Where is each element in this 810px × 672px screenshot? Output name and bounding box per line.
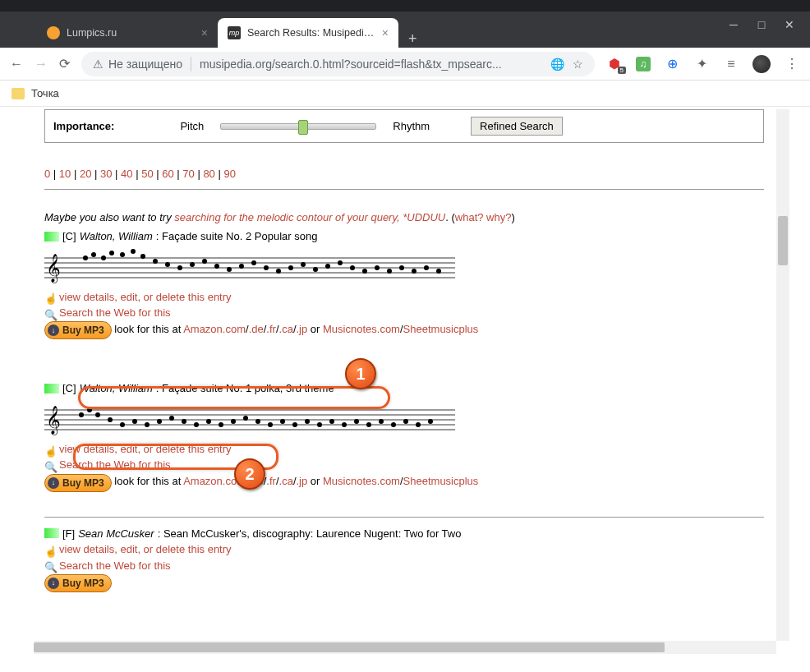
profile-avatar[interactable] — [752, 55, 771, 73]
insecure-label: Не защищено — [108, 58, 182, 71]
scrollbar-thumb[interactable] — [34, 642, 665, 652]
buy-row: ↓Buy MP3 look for this at Amazon.com/.de… — [44, 473, 764, 492]
search-web-link[interactable]: Search the Web for this — [59, 457, 171, 473]
page-link[interactable]: 20 — [80, 168, 91, 180]
sheetmusicplus-link[interactable]: Sheetmusicplus — [403, 475, 479, 487]
svg-point-64 — [329, 419, 334, 424]
slider-handle[interactable] — [298, 120, 308, 135]
musicnotes-link[interactable]: Musicnotes.com — [323, 475, 400, 487]
vertical-scrollbar[interactable] — [776, 109, 789, 641]
piece-title: : Façade suite No. 2 Popular song — [156, 228, 318, 245]
page-link[interactable]: 90 — [223, 168, 235, 180]
svg-point-26 — [313, 267, 318, 272]
buy-mp3-button[interactable]: ↓Buy MP3 — [44, 574, 112, 592]
insecure-indicator[interactable]: ⚠ Не защищено — [93, 58, 182, 71]
buy-mp3-button[interactable]: ↓Buy MP3 — [44, 474, 112, 492]
page-link[interactable]: 60 — [162, 168, 173, 180]
page-viewport: Importance: Pitch Rhythm Refined Search … — [34, 109, 776, 641]
new-tab-button[interactable]: + — [398, 30, 427, 48]
action-searchweb: 🔍Search the Web for this — [44, 305, 764, 321]
page-link[interactable]: 80 — [203, 168, 214, 180]
tab-musipedia[interactable]: mp Search Results: Musipedia Melod × — [218, 18, 398, 48]
divider — [191, 57, 191, 71]
sheetmusicplus-link[interactable]: Sheetmusicplus — [403, 323, 479, 335]
amazon-fr-link[interactable]: .fr — [266, 323, 276, 335]
amazon-jp-link[interactable]: .jp — [297, 323, 308, 335]
back-button[interactable]: ← — [10, 57, 23, 71]
extension-adblock-icon[interactable]: ⬢5 — [606, 56, 623, 72]
action-searchweb: 🔍Search the Web for this — [44, 558, 764, 574]
svg-point-57 — [243, 416, 248, 421]
maximize-button[interactable]: □ — [756, 18, 767, 31]
amazon-ca-link[interactable]: .ca — [279, 475, 293, 487]
composer: Walton, William — [80, 228, 153, 245]
amazon-jp-link[interactable]: .jp — [297, 475, 308, 487]
divider — [44, 517, 764, 518]
reload-button[interactable]: ⟳ — [59, 56, 70, 71]
page-link[interactable]: 10 — [59, 168, 71, 180]
page-link[interactable]: 70 — [182, 168, 194, 180]
search-web-link[interactable]: Search the Web for this — [59, 305, 171, 321]
svg-point-23 — [276, 269, 281, 274]
translate-icon[interactable]: 🌐 — [550, 58, 564, 71]
refined-search-button[interactable]: Refined Search — [471, 117, 563, 136]
amazon-ca-link[interactable]: .ca — [279, 323, 293, 335]
svg-point-31 — [375, 265, 380, 270]
reading-list-icon[interactable]: ≡ — [723, 56, 739, 72]
contour-search-link[interactable]: searching for the melodic contour of you… — [174, 211, 445, 223]
tab-close-icon[interactable]: × — [201, 26, 208, 39]
menu-icon[interactable]: ⋮ — [784, 56, 800, 72]
divider — [44, 189, 764, 190]
importance-slider[interactable] — [220, 123, 376, 130]
scrollbar-thumb[interactable] — [778, 216, 788, 265]
view-details-link[interactable]: view details, edit, or delete this entry — [59, 289, 232, 306]
star-icon[interactable]: ☆ — [573, 58, 583, 71]
svg-point-48 — [132, 419, 137, 424]
minimize-button[interactable]: ─ — [728, 18, 739, 31]
svg-text:𝄞: 𝄞 — [46, 406, 61, 435]
amazon-de-link[interactable]: .de — [249, 475, 264, 487]
tab-close-icon[interactable]: × — [382, 26, 389, 39]
whatwhy-link[interactable]: what? why? — [455, 211, 512, 223]
amazon-com-link[interactable]: Amazon.com — [183, 475, 246, 487]
piece-title: : Sean McCusker's, discography: Laurence… — [158, 526, 462, 542]
svg-point-72 — [428, 419, 433, 424]
musicnotes-link[interactable]: Musicnotes.com — [323, 323, 400, 335]
close-button[interactable]: ✕ — [784, 18, 795, 31]
rhythm-label: Rhythm — [393, 118, 430, 135]
forward-button[interactable]: → — [35, 57, 48, 71]
page-link[interactable]: 50 — [141, 168, 153, 180]
horizontal-scrollbar[interactable] — [34, 641, 776, 654]
bookmark-item[interactable]: Точка — [31, 87, 59, 99]
result-item: [C] Walton, William: Façade suite No. 2 … — [44, 228, 764, 339]
key-label: [C] — [62, 228, 76, 245]
svg-point-14 — [165, 262, 170, 267]
svg-point-58 — [255, 419, 260, 424]
svg-point-56 — [231, 419, 236, 424]
extensions-icon[interactable]: ✦ — [693, 56, 710, 72]
svg-point-71 — [416, 422, 421, 427]
search-web-link[interactable]: Search the Web for this — [59, 558, 171, 574]
svg-point-12 — [140, 254, 145, 259]
composer: Walton, William — [80, 380, 153, 397]
page-link[interactable]: 40 — [121, 168, 132, 180]
amazon-com-link[interactable]: Amazon.com — [183, 323, 246, 335]
tab-lumpics[interactable]: Lumpics.ru × — [37, 18, 218, 48]
url-text: musipedia.org/search.0.html?sourceid=fla… — [200, 58, 542, 71]
lookfor-text: look for this at — [114, 475, 183, 487]
view-details-link[interactable]: view details, edit, or delete this entry — [59, 441, 232, 458]
amazon-de-link[interactable]: .de — [249, 323, 264, 335]
favicon-musipedia: mp — [228, 26, 241, 39]
view-details-link[interactable]: view details, edit, or delete this entry — [59, 541, 232, 558]
tab-strip: Lumpics.ru × mp Search Results: Musipedi… — [0, 12, 810, 48]
svg-point-65 — [342, 422, 347, 427]
piece-title: : Façade suite No. 1 polka, 3rd theme — [156, 380, 334, 397]
extension-globe-icon[interactable]: ⊕ — [664, 56, 680, 72]
svg-point-55 — [219, 422, 223, 427]
url-field[interactable]: ⚠ Не защищено musipedia.org/search.0.htm… — [81, 52, 595, 76]
page-link[interactable]: 30 — [100, 168, 112, 180]
extension-music-icon[interactable]: ♫ — [636, 57, 651, 71]
buy-mp3-button[interactable]: ↓Buy MP3 — [44, 321, 112, 339]
svg-point-7 — [91, 252, 96, 257]
amazon-fr-link[interactable]: .fr — [266, 475, 276, 487]
